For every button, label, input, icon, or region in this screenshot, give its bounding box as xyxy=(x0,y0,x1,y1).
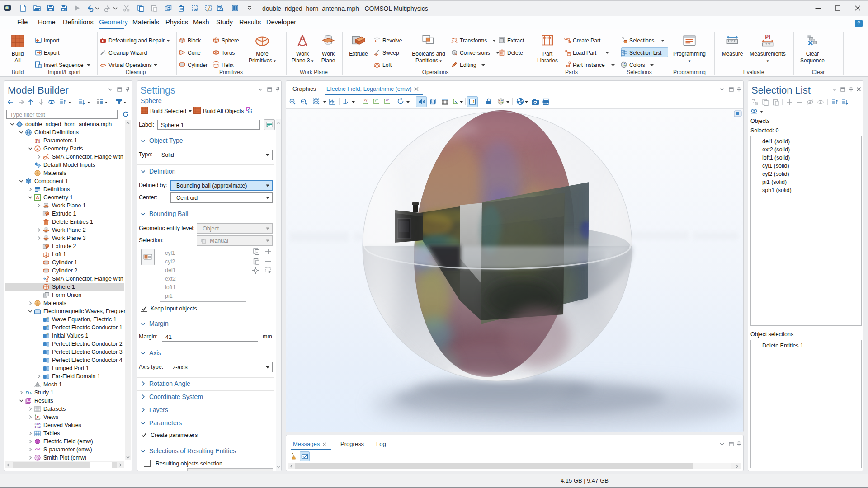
svg-text:yz: yz xyxy=(375,99,378,102)
svg-text:D: D xyxy=(47,324,49,328)
svg-text:Pi: Pi xyxy=(35,138,40,144)
svg-text:e-12: e-12 xyxy=(34,425,40,428)
svg-text:A: A xyxy=(36,146,39,151)
svg-text:D: D xyxy=(47,316,49,319)
svg-text:Pi: Pi xyxy=(765,34,770,41)
svg-text:xz: xz xyxy=(386,99,389,102)
svg-text:xy: xy xyxy=(364,99,368,102)
svg-text:A: A xyxy=(36,195,39,200)
svg-text:D: D xyxy=(47,333,49,336)
